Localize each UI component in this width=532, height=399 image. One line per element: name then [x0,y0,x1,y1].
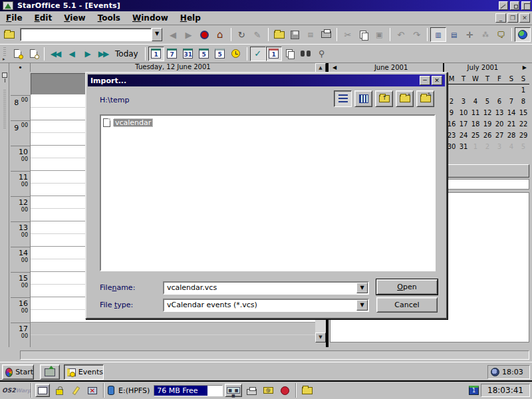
tray-pager-button[interactable]: ■ ■ ■ [225,384,242,397]
dialog-minimize-icon[interactable]: ─ [420,76,430,85]
details-icon[interactable] [282,47,298,61]
calendar-day[interactable]: 26 [481,130,493,141]
undo-icon[interactable]: ↶ [393,27,409,42]
edit-file-icon[interactable]: ✎ [249,27,265,42]
menu-item-window[interactable]: Window [126,12,174,24]
calendar-next-icon[interactable]: ▶ [520,65,529,70]
calendar-day[interactable]: 22 [517,118,529,130]
printer-button[interactable] [244,384,259,397]
pin-icon[interactable] [2,72,7,78]
toolbar-handle[interactable]: ▸ [1,46,9,62]
time-slot-17-30[interactable] [31,335,315,348]
menu-item-file[interactable]: File [0,12,29,24]
default-directory-button[interactable] [416,90,434,107]
scroll-down-icon[interactable]: ▼ [315,332,326,342]
filetype-combobox[interactable]: vCalendar events (*.vcs) ▼ [163,299,369,312]
calendar-day[interactable]: 2 [481,141,493,152]
calendar-day[interactable]: 19 [481,118,493,130]
july-mini-calendar[interactable]: MTWTFSS123456789101112131415161718192021… [446,73,529,152]
open-button[interactable]: Open [376,279,438,295]
new-directory-button[interactable] [396,90,414,107]
up-one-level-button[interactable] [375,90,393,107]
desktop-button[interactable] [40,364,60,380]
details-view-button[interactable] [354,90,372,107]
previous-icon[interactable]: ◀ [63,47,79,61]
menu-item-view[interactable]: View [58,12,91,24]
time-slot-17-00[interactable] [31,323,315,335]
filetype-dropdown-icon[interactable]: ▼ [356,300,368,311]
calendar-day[interactable]: 17 [458,118,469,130]
list-view-button[interactable] [334,90,352,107]
warp-app-button[interactable] [277,384,292,397]
calendar-day[interactable]: 11 [469,107,481,118]
next-fast-icon[interactable]: ▶▶ [95,47,111,61]
calendar-day[interactable]: 12 [481,107,493,118]
file-name[interactable]: vcalendar [113,118,153,127]
calendar-day[interactable]: 29 [517,130,529,141]
filetype-input[interactable]: vCalendar events (*.vcs) [164,301,356,309]
dialog-title-bar[interactable]: Import... ─ ✕ [88,74,445,86]
calendar-day[interactable]: 3 [458,96,469,107]
window-hide-button[interactable] [499,1,508,10]
shutdown-button[interactable]: ✕ [85,384,100,397]
doc-close-button[interactable]: ✕ [519,13,530,23]
next-icon[interactable]: ▶ [79,47,95,61]
day-view-icon[interactable]: 1 [148,47,164,61]
filter-icon[interactable]: ⚲ [314,47,330,61]
calendar-day[interactable]: 18 [469,118,481,130]
calendar-day[interactable]: 5 [481,96,493,107]
new-event-icon[interactable] [9,47,25,61]
calendar-day[interactable]: 31 [458,141,469,152]
navigator-icon[interactable]: ✛ [462,27,477,42]
calendar-day[interactable]: 27 [493,130,505,141]
forward-icon[interactable]: ▶ [181,27,197,42]
doc-restore-button[interactable]: ❐ [507,13,518,23]
menu-item-tools[interactable]: Tools [92,12,126,24]
calendar-day[interactable]: 7 [505,96,517,107]
filename-dropdown-icon[interactable]: ▼ [356,283,368,293]
calendar-day[interactable] [469,84,481,96]
lockup-button[interactable] [52,384,66,397]
window-maximize-button[interactable] [521,1,531,10]
calendar-day[interactable]: 8 [517,96,529,107]
dialog-close-icon[interactable]: ✕ [432,76,442,85]
new-task-icon[interactable] [25,47,41,61]
cancel-button[interactable]: Cancel [376,297,438,313]
cut-icon[interactable]: ✂ [340,27,356,42]
calendar-day[interactable] [493,84,505,96]
day-header[interactable]: Tuesday, 12 June 2001 [31,63,315,72]
calendar-day[interactable]: 4 [469,96,481,107]
calendar-day[interactable]: 1 [517,84,529,96]
copy-icon[interactable] [356,27,372,42]
menu-item-edit[interactable]: Edit [29,12,59,24]
workweek-view-icon[interactable]: 5 [196,47,212,61]
home-icon[interactable]: ⌂ [212,27,228,42]
start-button[interactable]: Start [2,364,34,380]
calendar-day[interactable]: 13 [493,107,505,118]
url-dropdown-icon[interactable]: ▼ [152,28,162,41]
save-icon[interactable] [287,27,303,42]
calendar-day[interactable]: 6 [493,96,505,107]
calendar-day[interactable]: 5 [517,141,529,152]
drive-icon[interactable] [108,386,114,395]
option-bar-handle[interactable] [3,90,6,130]
print-icon[interactable] [319,27,334,42]
url-input[interactable] [20,28,152,41]
paste-icon[interactable]: ▣ [371,27,387,42]
calendar-prev-icon[interactable]: ◀ [330,65,339,70]
calendar-day[interactable]: 1 [469,141,481,152]
online-layout-icon[interactable] [515,27,531,42]
calendar-day[interactable]: 25 [469,130,481,141]
events-view-icon[interactable] [228,47,244,61]
doc-minimize-button[interactable]: _ [495,13,506,23]
filename-input[interactable]: vcalendar.vcs [164,283,356,292]
day-events-icon[interactable]: 1 [266,47,282,61]
stop-icon[interactable] [196,27,212,42]
filename-combobox[interactable]: vcalendar.vcs ▼ [163,281,369,295]
back-icon[interactable]: ◀ [165,27,181,42]
os2-logo[interactable]: OS2Warp [2,387,27,394]
calendar-day[interactable]: 20 [493,118,505,130]
open-icon[interactable] [271,27,287,42]
calendar-day[interactable]: 10 [458,107,469,118]
reload-icon[interactable]: ↻ [234,27,250,42]
